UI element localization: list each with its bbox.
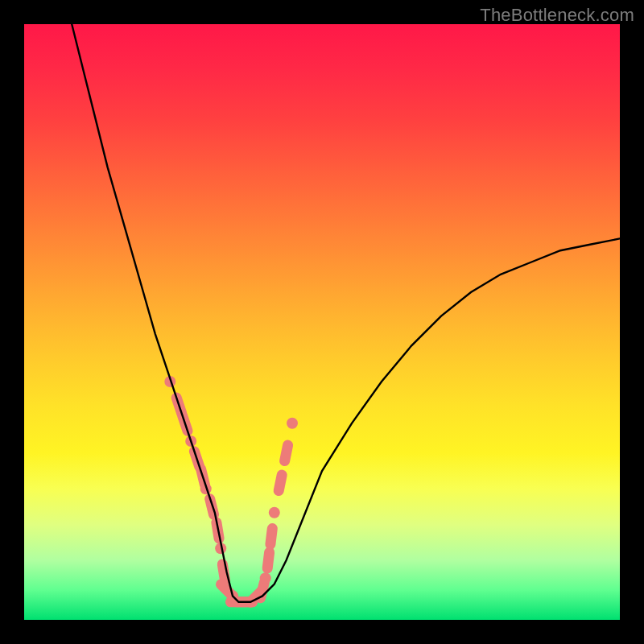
curve-marker-segment [251,590,262,601]
curve-marker-segment [285,445,288,461]
curve-marker-dot [269,507,280,518]
marker-group [164,376,298,608]
curve-marker-dot [227,590,238,601]
curve-marker-dot [164,376,175,387]
curve-marker-segment [221,584,233,596]
bottleneck-curve-svg [24,24,620,620]
curve-marker-segment [270,529,272,545]
bottleneck-curve-path [72,24,620,602]
curve-marker-segment [210,499,214,514]
curve-marker-dot [287,418,298,429]
curve-marker-dot [245,597,256,608]
curve-marker-segment [217,522,219,539]
chart-frame: TheBottleneck.com [0,0,644,644]
curve-marker-dot [260,572,271,584]
watermark-text: TheBottleneck.com [480,5,634,26]
plot-gradient-area [24,24,620,620]
curve-marker-dot [185,436,196,447]
curve-marker-segment [201,469,205,485]
curve-marker-segment [279,475,282,491]
curve-marker-segment [183,415,188,431]
curve-marker-dot [215,543,226,554]
curve-marker-segment [267,552,269,568]
curve-marker-dot [200,483,212,494]
curve-marker-segment [222,564,225,580]
curve-marker-segment [176,398,181,413]
curve-marker-segment [194,452,199,467]
curve-marker-segment [261,582,265,597]
